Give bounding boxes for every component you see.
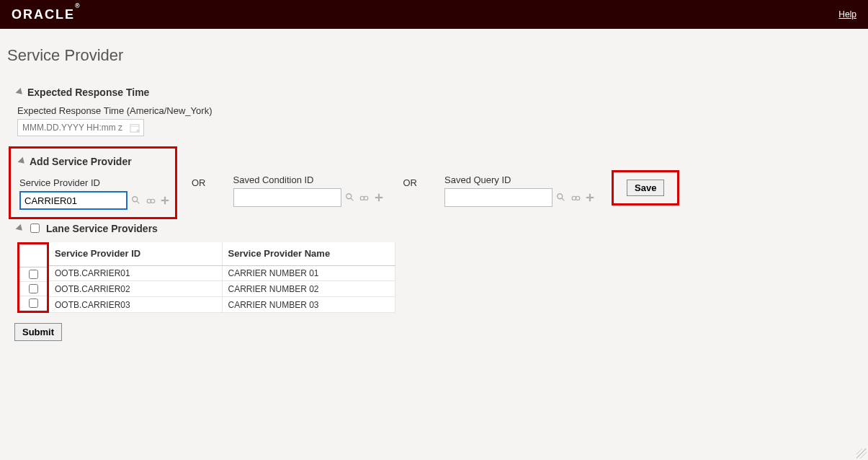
oracle-logo: ORACLE® — [12, 7, 81, 22]
svg-point-3 — [133, 197, 138, 202]
calendar-icon[interactable] — [129, 122, 140, 133]
svg-line-11 — [350, 198, 353, 201]
table-header-row: Service Provider ID Service Provider Nam… — [49, 242, 395, 265]
submit-button[interactable]: Submit — [14, 323, 62, 341]
cell-sp-name: CARRIER NUMBER 02 — [222, 281, 395, 297]
cell-sp-id: OOTB.CARRIER03 — [49, 297, 222, 313]
search-icon[interactable] — [344, 192, 356, 203]
section-expected-response-time: Expected Response Time Expected Response… — [17, 87, 861, 136]
plus-icon[interactable] — [373, 192, 385, 203]
search-icon[interactable] — [130, 195, 142, 206]
binoculars-icon[interactable] — [570, 192, 581, 203]
table-row[interactable]: OOTB.CARRIER02 CARRIER NUMBER 02 — [49, 281, 395, 297]
or-label-2: OR — [403, 174, 418, 188]
svg-line-4 — [137, 201, 140, 204]
expected-response-input[interactable] — [21, 122, 129, 133]
table-row[interactable]: OOTB.CARRIER03 CARRIER NUMBER 03 — [49, 297, 395, 313]
service-provider-id-label: Service Provider ID — [19, 177, 171, 188]
row-checkbox[interactable] — [29, 298, 38, 308]
save-button[interactable]: Save — [627, 180, 664, 196]
cell-sp-name: CARRIER NUMBER 01 — [222, 265, 395, 281]
lane-checkbox-column — [17, 242, 49, 313]
svg-point-10 — [346, 194, 351, 199]
row-checkbox[interactable] — [29, 270, 38, 279]
cell-sp-id: OOTB.CARRIER02 — [49, 281, 222, 297]
binoculars-icon[interactable] — [359, 192, 370, 203]
table-row[interactable]: OOTB.CARRIER01 CARRIER NUMBER 01 — [49, 265, 395, 281]
row-checkbox[interactable] — [29, 284, 38, 293]
svg-point-2 — [136, 129, 139, 132]
section-title-expected-response: Expected Response Time — [27, 87, 149, 98]
collapse-caret-icon[interactable] — [18, 157, 27, 167]
top-bar: ORACLE® Help — [0, 0, 868, 29]
plus-icon[interactable] — [584, 192, 596, 203]
svg-point-17 — [558, 194, 563, 199]
svg-line-18 — [562, 198, 565, 201]
cell-sp-id: OOTB.CARRIER01 — [49, 265, 222, 281]
section-title-add-service-provider: Add Service Provider — [30, 156, 132, 167]
help-link[interactable]: Help — [838, 9, 856, 19]
section-title-lane-service-providers: Lane Service Providers — [46, 223, 158, 234]
cell-sp-name: CARRIER NUMBER 03 — [222, 297, 395, 313]
plus-icon[interactable] — [159, 195, 171, 206]
lane-service-providers-table: Service Provider ID Service Provider Nam… — [49, 242, 395, 313]
page-body: Service Provider Expected Response Time … — [0, 29, 868, 351]
collapse-caret-icon[interactable] — [16, 88, 25, 97]
service-provider-id-input[interactable] — [19, 191, 127, 210]
expected-response-input-wrap[interactable] — [17, 119, 144, 136]
binoculars-icon[interactable] — [145, 195, 156, 206]
search-icon[interactable] — [555, 192, 567, 203]
or-label-1: OR — [192, 174, 206, 188]
col-service-provider-name[interactable]: Service Provider Name — [222, 242, 395, 265]
collapse-caret-icon[interactable] — [16, 224, 25, 233]
page-title: Service Provider — [7, 46, 861, 65]
saved-condition-id-input[interactable] — [233, 188, 341, 207]
lane-section-checkbox[interactable] — [30, 224, 40, 233]
col-service-provider-id[interactable]: Service Provider ID — [49, 242, 222, 265]
expected-response-label: Expected Response Time (America/New_York… — [17, 105, 861, 116]
saved-condition-id-label: Saved Condition ID — [233, 174, 385, 185]
saved-query-id-label: Saved Query ID — [444, 174, 596, 185]
saved-query-id-input[interactable] — [444, 188, 552, 207]
lane-checkbox-header — [19, 244, 47, 267]
